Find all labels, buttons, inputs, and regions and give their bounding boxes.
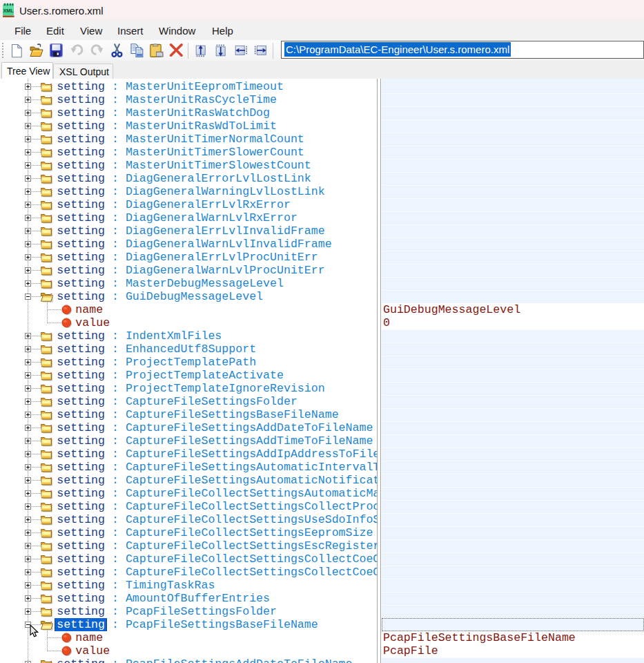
svg-text:XML: XML — [3, 8, 14, 14]
